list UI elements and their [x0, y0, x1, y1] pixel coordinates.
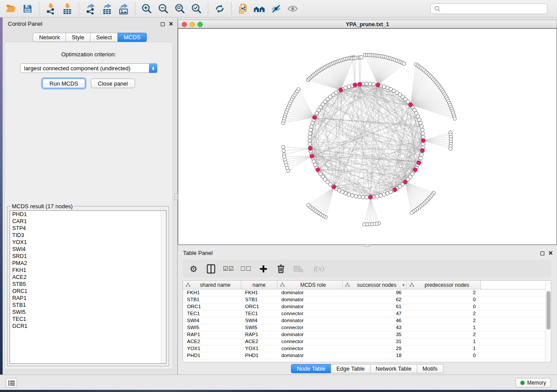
- mcds-result-item[interactable]: TID3: [10, 232, 166, 239]
- tab-motifs[interactable]: Motifs: [417, 364, 443, 373]
- window-close-button[interactable]: [182, 22, 187, 27]
- table-cell[interactable]: TEC1: [241, 310, 277, 317]
- float-panel-icon[interactable]: [161, 22, 165, 26]
- mcds-result-item[interactable]: YOX1: [10, 239, 166, 246]
- column-header-MCDS-role[interactable]: MCDS role: [277, 281, 343, 289]
- mcds-result-item[interactable]: FKH1: [10, 267, 166, 274]
- table-cell[interactable]: 96: [343, 289, 407, 296]
- deselect-all-button[interactable]: ☐☐: [240, 262, 252, 275]
- mcds-result-item[interactable]: CAR1: [10, 218, 166, 225]
- table-cell[interactable]: connector: [277, 310, 343, 317]
- table-cell[interactable]: 62: [343, 296, 407, 303]
- function-builder-button[interactable]: f(x): [310, 262, 328, 275]
- table-cell[interactable]: 0: [407, 296, 481, 303]
- table-cell[interactable]: 1: [407, 324, 481, 331]
- memory-button[interactable]: Memory: [515, 378, 551, 388]
- task-history-button[interactable]: [6, 378, 17, 388]
- criterion-dropdown[interactable]: largest connected component (undirected)…: [20, 63, 157, 73]
- table-cell[interactable]: 35: [343, 331, 407, 338]
- mcds-result-item[interactable]: SRD1: [10, 253, 166, 260]
- mcds-result-item[interactable]: GCR1: [10, 323, 166, 330]
- table-cell[interactable]: 43: [343, 324, 407, 331]
- mcds-result-item[interactable]: STP4: [10, 225, 166, 232]
- table-cell[interactable]: FKH1: [241, 289, 277, 296]
- table-cell[interactable]: TEC1: [183, 310, 241, 317]
- table-cell[interactable]: 0: [407, 352, 481, 359]
- close-panel-icon[interactable]: ×: [169, 21, 173, 28]
- table-cell[interactable]: STB1: [183, 296, 241, 303]
- run-mcds-button[interactable]: Run MCDS: [42, 79, 85, 88]
- add-row-button[interactable]: [258, 262, 269, 275]
- table-cell[interactable]: dominator: [277, 352, 343, 359]
- table-scrollbar[interactable]: [545, 281, 551, 362]
- table-cell[interactable]: SWI4: [183, 317, 241, 324]
- window-minimize-button[interactable]: [190, 22, 195, 27]
- mcds-result-item[interactable]: PHD1: [10, 211, 166, 218]
- table-cell[interactable]: STB1: [241, 296, 277, 303]
- window-maximize-button[interactable]: [197, 22, 203, 27]
- table-row[interactable]: STB1STB1dominator620: [183, 296, 551, 303]
- column-header-name[interactable]: name: [241, 281, 277, 289]
- table-cell[interactable]: ORC1: [241, 303, 277, 310]
- table-cell[interactable]: 2: [407, 310, 481, 317]
- table-cell[interactable]: SWI5: [241, 324, 277, 331]
- table-cell[interactable]: 29: [343, 345, 407, 352]
- close-panel-button[interactable]: Close panel: [91, 79, 135, 88]
- mcds-result-item[interactable]: RAP1: [10, 295, 166, 302]
- table-cell[interactable]: connector: [277, 324, 343, 331]
- table-cell[interactable]: 1: [407, 345, 481, 352]
- table-cell[interactable]: 0: [407, 303, 481, 310]
- table-cell[interactable]: dominator: [277, 289, 343, 296]
- table-cell[interactable]: PHD1: [241, 352, 277, 359]
- table-row[interactable]: RAP1RAP1dominator352: [183, 331, 551, 338]
- save-session-button[interactable]: [21, 2, 35, 16]
- table-cell[interactable]: SWI4: [241, 317, 277, 324]
- table-cell[interactable]: 47: [343, 310, 407, 317]
- table-cell[interactable]: RAP1: [241, 331, 277, 338]
- delete-table-button[interactable]: [293, 262, 304, 275]
- table-cell[interactable]: 18: [343, 352, 407, 359]
- column-settings-button[interactable]: ⚙: [188, 262, 199, 275]
- duplicate-network-button[interactable]: [236, 2, 250, 16]
- scrollbar-thumb[interactable]: [547, 291, 550, 330]
- table-cell[interactable]: dominator: [277, 296, 343, 303]
- float-table-panel-icon[interactable]: [540, 251, 544, 255]
- table-cell[interactable]: connector: [277, 338, 343, 345]
- first-neighbors-button[interactable]: [253, 2, 266, 16]
- table-cell[interactable]: ACE2: [183, 338, 241, 345]
- search-input[interactable]: [443, 6, 543, 12]
- mcds-result-item[interactable]: TEC1: [10, 316, 166, 323]
- mcds-result-item[interactable]: ACE2: [10, 274, 166, 281]
- table-cell[interactable]: 46: [343, 317, 407, 324]
- column-header-predecessor-nodes[interactable]: predecessor nodes: [407, 281, 481, 289]
- table-row[interactable]: ORC1ORC1dominator610: [183, 303, 551, 310]
- table-cell[interactable]: YOX1: [241, 345, 277, 352]
- tab-mcds[interactable]: MCDS: [118, 33, 146, 42]
- table-cell[interactable]: dominator: [277, 303, 343, 310]
- table-cell[interactable]: 61: [343, 303, 407, 310]
- table-cell[interactable]: connector: [277, 345, 343, 352]
- table-row[interactable]: YOX1YOX1connector291: [183, 345, 551, 352]
- table-cell[interactable]: 31: [343, 338, 407, 345]
- table-cell[interactable]: RAP1: [183, 331, 241, 338]
- table-row[interactable]: TEC1TEC1connector472: [183, 310, 551, 317]
- tab-network-table[interactable]: Network Table: [370, 364, 417, 373]
- table-cell[interactable]: 2: [407, 331, 481, 338]
- tab-node-table[interactable]: Node Table: [291, 364, 331, 373]
- table-cell[interactable]: 2: [407, 289, 481, 296]
- mcds-result-item[interactable]: STB1: [10, 302, 166, 309]
- table-row[interactable]: SWI4SWI4dominator462: [183, 317, 551, 324]
- table-cell[interactable]: 2: [407, 317, 481, 324]
- table-cell[interactable]: FKH1: [183, 289, 241, 296]
- mcds-result-item[interactable]: ORC1: [10, 288, 166, 295]
- column-header-shared-name[interactable]: shared name: [183, 281, 241, 289]
- refresh-layout-button[interactable]: [213, 2, 227, 16]
- table-row[interactable]: FKH1FKH1dominator962: [183, 289, 551, 296]
- mcds-result-item[interactable]: PMA2: [10, 260, 166, 267]
- hide-selected-button[interactable]: [269, 2, 283, 16]
- network-canvas[interactable]: [178, 28, 557, 245]
- table-row[interactable]: SWI5SWI5connector431: [183, 324, 551, 331]
- table-cell[interactable]: ORC1: [183, 303, 241, 310]
- table-cell[interactable]: YOX1: [183, 345, 241, 352]
- mcds-result-item[interactable]: SWI4: [10, 246, 166, 253]
